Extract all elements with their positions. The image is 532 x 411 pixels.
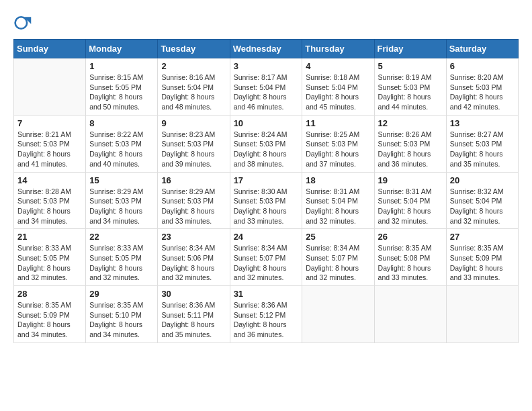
weekday-header: Wednesday	[230, 40, 302, 58]
calendar-cell: 1Sunrise: 8:15 AMSunset: 5:05 PMDaylight…	[86, 58, 158, 116]
day-info: Sunrise: 8:16 AMSunset: 5:04 PMDaylight:…	[161, 73, 226, 112]
day-info: Sunrise: 8:33 AMSunset: 5:05 PMDaylight:…	[17, 243, 82, 283]
calendar-cell	[374, 286, 446, 343]
day-info: Sunrise: 8:21 AMSunset: 5:03 PMDaylight:…	[17, 130, 82, 169]
day-info: Sunrise: 8:25 AMSunset: 5:03 PMDaylight:…	[306, 130, 370, 169]
calendar-week-row: 28Sunrise: 8:35 AMSunset: 5:09 PMDayligh…	[14, 286, 519, 343]
day-info: Sunrise: 8:33 AMSunset: 5:05 PMDaylight:…	[89, 243, 154, 283]
calendar-week-row: 14Sunrise: 8:28 AMSunset: 5:03 PMDayligh…	[14, 172, 519, 229]
day-info: Sunrise: 8:17 AMSunset: 5:04 PMDaylight:…	[234, 73, 299, 112]
day-number: 29	[89, 289, 154, 299]
logo-icon	[13, 13, 32, 32]
calendar-week-row: 7Sunrise: 8:21 AMSunset: 5:03 PMDaylight…	[14, 115, 519, 172]
calendar-cell: 28Sunrise: 8:35 AMSunset: 5:09 PMDayligh…	[14, 286, 86, 343]
day-number: 2	[161, 61, 226, 71]
day-number: 14	[17, 175, 82, 185]
calendar-cell: 25Sunrise: 8:34 AMSunset: 5:07 PMDayligh…	[302, 229, 374, 286]
calendar-cell: 15Sunrise: 8:29 AMSunset: 5:03 PMDayligh…	[86, 172, 158, 229]
calendar-cell: 9Sunrise: 8:23 AMSunset: 5:03 PMDaylight…	[158, 115, 230, 172]
day-info: Sunrise: 8:32 AMSunset: 5:04 PMDaylight:…	[450, 187, 515, 226]
calendar-cell: 22Sunrise: 8:33 AMSunset: 5:05 PMDayligh…	[86, 229, 158, 286]
day-info: Sunrise: 8:36 AMSunset: 5:12 PMDaylight:…	[234, 300, 299, 340]
weekday-header: Friday	[374, 40, 446, 58]
calendar-week-row: 21Sunrise: 8:33 AMSunset: 5:05 PMDayligh…	[14, 229, 519, 286]
day-number: 24	[234, 232, 299, 242]
day-info: Sunrise: 8:24 AMSunset: 5:03 PMDaylight:…	[234, 130, 299, 169]
calendar-cell: 7Sunrise: 8:21 AMSunset: 5:03 PMDaylight…	[14, 115, 86, 172]
calendar-cell: 23Sunrise: 8:34 AMSunset: 5:06 PMDayligh…	[158, 229, 230, 286]
day-number: 27	[450, 232, 515, 242]
logo	[13, 13, 35, 32]
calendar-cell: 18Sunrise: 8:31 AMSunset: 5:04 PMDayligh…	[302, 172, 374, 229]
calendar-cell: 3Sunrise: 8:17 AMSunset: 5:04 PMDaylight…	[230, 58, 302, 116]
day-info: Sunrise: 8:22 AMSunset: 5:03 PMDaylight:…	[89, 130, 154, 169]
day-info: Sunrise: 8:35 AMSunset: 5:10 PMDaylight:…	[89, 300, 154, 340]
weekday-header: Saturday	[446, 40, 518, 58]
day-number: 13	[450, 118, 515, 128]
calendar-cell: 14Sunrise: 8:28 AMSunset: 5:03 PMDayligh…	[14, 172, 86, 229]
day-number: 9	[161, 118, 226, 128]
calendar-cell: 26Sunrise: 8:35 AMSunset: 5:08 PMDayligh…	[374, 229, 446, 286]
day-number: 21	[17, 232, 82, 242]
calendar-cell: 11Sunrise: 8:25 AMSunset: 5:03 PMDayligh…	[302, 115, 374, 172]
day-info: Sunrise: 8:35 AMSunset: 5:09 PMDaylight:…	[450, 243, 515, 283]
calendar-cell	[302, 286, 374, 343]
calendar-cell: 21Sunrise: 8:33 AMSunset: 5:05 PMDayligh…	[14, 229, 86, 286]
day-number: 10	[234, 118, 299, 128]
calendar-cell: 19Sunrise: 8:31 AMSunset: 5:04 PMDayligh…	[374, 172, 446, 229]
day-number: 15	[89, 175, 154, 185]
calendar-cell: 10Sunrise: 8:24 AMSunset: 5:03 PMDayligh…	[230, 115, 302, 172]
calendar-cell: 12Sunrise: 8:26 AMSunset: 5:03 PMDayligh…	[374, 115, 446, 172]
day-info: Sunrise: 8:27 AMSunset: 5:03 PMDaylight:…	[450, 130, 515, 169]
day-info: Sunrise: 8:34 AMSunset: 5:07 PMDaylight:…	[234, 243, 299, 283]
day-info: Sunrise: 8:36 AMSunset: 5:11 PMDaylight:…	[161, 300, 226, 340]
day-number: 18	[306, 175, 370, 185]
weekday-header-row: SundayMondayTuesdayWednesdayThursdayFrid…	[14, 40, 519, 58]
day-info: Sunrise: 8:30 AMSunset: 5:03 PMDaylight:…	[234, 187, 299, 226]
calendar-cell: 5Sunrise: 8:19 AMSunset: 5:03 PMDaylight…	[374, 58, 446, 116]
calendar-cell	[14, 58, 86, 116]
day-info: Sunrise: 8:18 AMSunset: 5:04 PMDaylight:…	[306, 73, 370, 112]
day-info: Sunrise: 8:26 AMSunset: 5:03 PMDaylight:…	[378, 130, 443, 169]
calendar-cell: 17Sunrise: 8:30 AMSunset: 5:03 PMDayligh…	[230, 172, 302, 229]
day-info: Sunrise: 8:29 AMSunset: 5:03 PMDaylight:…	[161, 187, 226, 226]
day-info: Sunrise: 8:31 AMSunset: 5:04 PMDaylight:…	[378, 187, 443, 226]
day-number: 23	[161, 232, 226, 242]
day-number: 6	[450, 61, 515, 71]
calendar-cell: 29Sunrise: 8:35 AMSunset: 5:10 PMDayligh…	[86, 286, 158, 343]
day-number: 30	[161, 289, 226, 299]
day-number: 7	[17, 118, 82, 128]
day-number: 31	[234, 289, 299, 299]
day-number: 20	[450, 175, 515, 185]
weekday-header: Sunday	[14, 40, 86, 58]
calendar-week-row: 1Sunrise: 8:15 AMSunset: 5:05 PMDaylight…	[14, 58, 519, 116]
calendar-cell: 8Sunrise: 8:22 AMSunset: 5:03 PMDaylight…	[86, 115, 158, 172]
day-number: 5	[378, 61, 443, 71]
day-number: 12	[378, 118, 443, 128]
day-number: 3	[234, 61, 299, 71]
day-info: Sunrise: 8:15 AMSunset: 5:05 PMDaylight:…	[89, 73, 154, 112]
day-number: 4	[306, 61, 370, 71]
calendar-cell: 30Sunrise: 8:36 AMSunset: 5:11 PMDayligh…	[158, 286, 230, 343]
day-number: 25	[306, 232, 370, 242]
calendar-cell: 2Sunrise: 8:16 AMSunset: 5:04 PMDaylight…	[158, 58, 230, 116]
day-number: 1	[89, 61, 154, 71]
day-info: Sunrise: 8:19 AMSunset: 5:03 PMDaylight:…	[378, 73, 443, 112]
weekday-header: Thursday	[302, 40, 374, 58]
calendar: SundayMondayTuesdayWednesdayThursdayFrid…	[13, 39, 519, 343]
day-number: 19	[378, 175, 443, 185]
svg-rect-0	[13, 13, 32, 32]
calendar-cell: 20Sunrise: 8:32 AMSunset: 5:04 PMDayligh…	[446, 172, 518, 229]
day-number: 26	[378, 232, 443, 242]
calendar-cell: 13Sunrise: 8:27 AMSunset: 5:03 PMDayligh…	[446, 115, 518, 172]
calendar-cell: 6Sunrise: 8:20 AMSunset: 5:03 PMDaylight…	[446, 58, 518, 116]
day-info: Sunrise: 8:23 AMSunset: 5:03 PMDaylight:…	[161, 130, 226, 169]
calendar-cell: 27Sunrise: 8:35 AMSunset: 5:09 PMDayligh…	[446, 229, 518, 286]
page-header	[13, 13, 519, 32]
day-info: Sunrise: 8:34 AMSunset: 5:07 PMDaylight:…	[306, 243, 370, 283]
day-number: 11	[306, 118, 370, 128]
day-info: Sunrise: 8:20 AMSunset: 5:03 PMDaylight:…	[450, 73, 515, 112]
calendar-cell: 4Sunrise: 8:18 AMSunset: 5:04 PMDaylight…	[302, 58, 374, 116]
day-number: 28	[17, 289, 82, 299]
day-number: 22	[89, 232, 154, 242]
